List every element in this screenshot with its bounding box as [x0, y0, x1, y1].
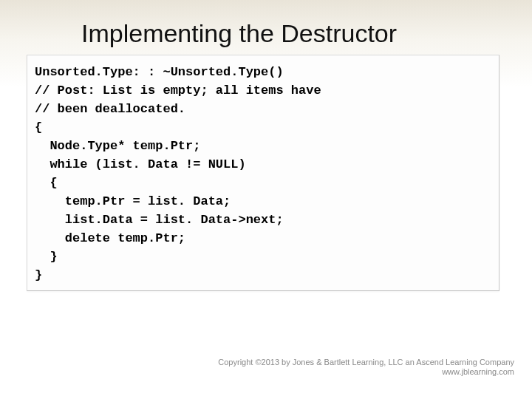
code-block: Unsorted.Type: : ~Unsorted.Type() // Pos…: [35, 63, 491, 284]
copyright-line1: Copyright ©2013 by Jones & Bartlett Lear…: [218, 358, 514, 367]
title-text: Implementing the Destructor: [81, 19, 397, 48]
slide-title: Implementing the Destructor: [0, 19, 532, 48]
copyright: Copyright ©2013 by Jones & Bartlett Lear…: [218, 358, 514, 377]
slide: Implementing the Destructor Unsorted.Typ…: [0, 0, 532, 399]
copyright-link[interactable]: www.jblearning.com: [442, 367, 514, 376]
code-box: Unsorted.Type: : ~Unsorted.Type() // Pos…: [27, 55, 499, 291]
